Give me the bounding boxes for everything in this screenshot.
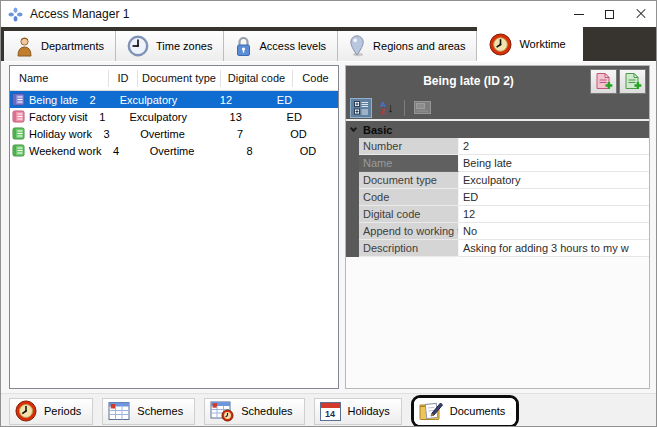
journal-green-icon [12,144,25,157]
chevron-down-icon [350,125,357,132]
property-row-digital-code[interactable]: Digital code 12 [346,206,649,223]
property-row-code[interactable]: Code ED [346,189,649,206]
access-manager-window: { "window": { "title": "Access Manager 1… [0,0,657,427]
row-id: 4 [102,142,131,159]
property-value[interactable]: No [459,223,649,240]
column-header-name[interactable]: Name [10,70,109,87]
tab-worktime[interactable]: Worktime [477,27,582,61]
window-controls [563,1,656,27]
add-overtime-document-button[interactable] [619,69,646,94]
minimize-button[interactable] [563,1,594,27]
property-value[interactable]: 12 [459,206,649,223]
detail-title: Being late (ID 2) [349,74,588,88]
category-label: Basic [363,124,392,136]
add-exculpatory-document-button[interactable] [590,69,617,94]
property-value[interactable]: Being late [459,155,649,172]
maximize-button[interactable] [594,1,625,27]
categorized-view-button[interactable] [350,98,372,118]
column-header-digital-code[interactable]: Digital code [221,70,293,87]
row-id: 1 [88,108,117,125]
property-value[interactable]: Asking for adding 3 hours to my w [459,240,649,257]
minimize-icon [574,14,584,15]
column-header-id[interactable]: ID [109,70,138,87]
calendar-clock-icon [210,401,234,422]
table-row-weekend-work[interactable]: Weekend work 4 Overtime 8 OD [10,142,338,159]
close-icon [635,8,647,20]
property-label: Digital code [359,206,459,223]
main-content: Name ID Document type Digital code Code … [1,61,656,393]
close-button[interactable] [625,1,656,27]
column-header-code[interactable]: Code [293,70,338,87]
detail-header: Being late (ID 2) [346,66,649,96]
property-row-description[interactable]: Description Asking for adding 3 hours to… [346,240,649,257]
tab-periods[interactable]: Periods [9,398,93,425]
red-clock-icon [15,400,37,422]
row-code: OD [276,125,321,142]
row-document-type: Overtime [121,125,204,142]
clock-icon [127,35,149,57]
tab-access-levels[interactable]: Access levels [224,31,338,61]
category-row-basic[interactable]: Basic [346,121,649,138]
alphabetical-sort-button[interactable]: A Z ↓ [376,98,398,118]
pink-document-plus-icon [594,72,613,91]
table-row-factory-visit[interactable]: Factory visit 1 Exculpatory 13 ED [10,108,338,125]
worktime-clock-icon [489,33,512,56]
row-document-type: Overtime [131,142,214,159]
tab-label: Regions and areas [373,40,465,52]
journal-pink-icon [12,110,25,123]
property-pages-button[interactable] [411,98,433,118]
calendar-date-icon: 14 [320,402,341,421]
row-name: Factory visit [29,111,88,123]
row-name: Holiday work [29,128,92,140]
property-row-document-type[interactable]: Document type Exculpatory [346,172,649,189]
table-row-holiday-work[interactable]: Holiday work 3 Overtime 7 OD [10,125,338,142]
tab-label: Documents [450,405,506,417]
property-label: Append to working time [359,223,459,240]
property-row-append-to-working-time[interactable]: Append to working time No [346,223,649,240]
property-label: Name [359,155,459,172]
property-pages-icon [414,101,431,114]
row-digital-code: 12 [190,91,262,108]
tab-label: Periods [44,405,81,417]
journal-green-icon [12,127,25,140]
property-value[interactable]: ED [459,189,649,206]
az-arrow-glyph: ↓ [387,101,394,114]
title-bar: Access Manager 1 [1,1,656,27]
person-icon [15,36,34,57]
table-row-being-late[interactable]: Being late 2 Exculpatory 12 ED [10,91,338,108]
row-code: ED [262,91,307,108]
property-label: Description [359,240,459,257]
column-header-document-type[interactable]: Document type [138,70,221,87]
tab-regions-and-areas[interactable]: Regions and areas [338,31,477,61]
az-z-glyph: Z [380,108,386,115]
tab-holidays[interactable]: 14 Holidays [314,398,402,425]
calendar-icon [108,401,130,421]
tab-documents[interactable]: Documents [414,398,517,425]
tab-label: Departments [41,40,104,52]
tab-time-zones[interactable]: Time zones [116,31,224,61]
property-value[interactable]: Exculpatory [459,172,649,189]
tab-label: Schemes [137,405,183,417]
calendar-day-number: 14 [321,408,340,420]
app-logo-icon [8,7,23,22]
row-id: 2 [78,91,107,108]
journal-blue-icon [12,93,25,106]
tab-schemes[interactable]: Schemes [102,398,195,425]
property-label: Document type [359,172,459,189]
categorized-view-icon [354,101,369,115]
window-title: Access Manager 1 [30,7,129,21]
tab-label: Time zones [156,40,212,52]
tab-label: Access levels [259,40,326,52]
detail-panel-empty-area [346,257,649,388]
row-id: 3 [92,125,121,142]
row-digital-code: 13 [200,108,272,125]
tab-schedules[interactable]: Schedules [204,398,304,425]
tab-departments[interactable]: Departments [4,31,116,61]
maximize-icon [605,10,614,19]
alphabetical-sort-icon: A Z ↓ [380,101,393,115]
property-value[interactable]: 2 [459,138,649,155]
property-row-number[interactable]: Number 2 [346,138,649,155]
row-name: Weekend work [29,145,102,157]
property-row-name[interactable]: Name Being late [346,155,649,172]
toolbar-separator [404,100,405,116]
